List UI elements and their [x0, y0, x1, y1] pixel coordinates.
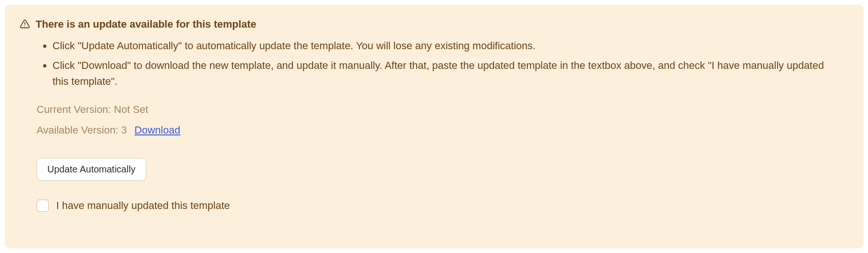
manual-update-checkbox-label[interactable]: I have manually updated this template	[56, 200, 230, 212]
alert-bullet-item: Click "Update Automatically" to automati…	[52, 38, 848, 54]
alert-bullet-item: Click "Download" to download the new tem…	[52, 58, 848, 89]
available-version-row: Available Version: 3 Download	[37, 124, 848, 136]
version-info-block: Current Version: Not Set Available Versi…	[37, 104, 848, 212]
available-version-text: Available Version: 3	[37, 124, 127, 136]
current-version-text: Current Version: Not Set	[37, 104, 848, 116]
download-link[interactable]: Download	[135, 124, 180, 136]
alert-header-row: There is an update available for this te…	[20, 18, 848, 31]
alert-title: There is an update available for this te…	[36, 18, 256, 31]
manual-update-checkbox[interactable]	[37, 200, 49, 212]
update-available-alert: There is an update available for this te…	[5, 5, 863, 248]
alert-bullet-list: Click "Update Automatically" to automati…	[20, 38, 848, 89]
warning-triangle-icon	[20, 19, 30, 29]
manual-update-checkbox-row: I have manually updated this template	[37, 200, 848, 212]
update-automatically-button[interactable]: Update Automatically	[37, 158, 146, 181]
